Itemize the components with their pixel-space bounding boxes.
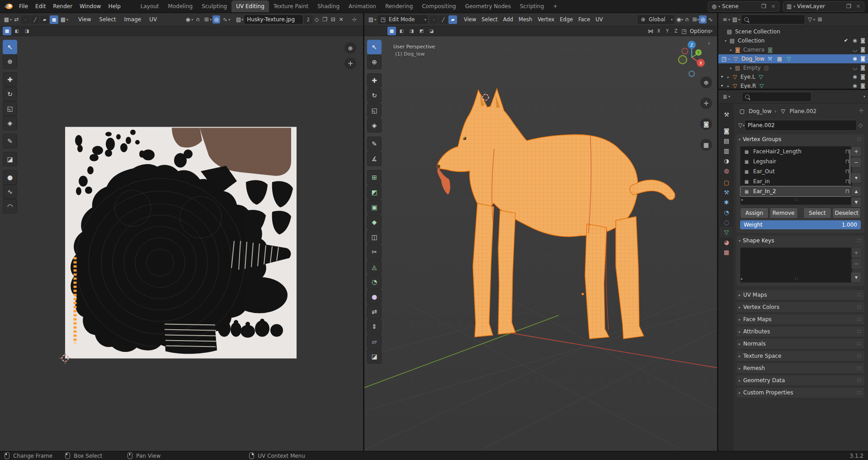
uv-zoom-button[interactable]: ⊕ xyxy=(344,42,356,54)
workspace-tab-modeling[interactable]: Modeling xyxy=(164,0,198,12)
checkbox-icon[interactable]: ✔ xyxy=(844,38,848,43)
dog-model[interactable] xyxy=(364,36,717,451)
workspace-tab-compositing[interactable]: Compositing xyxy=(417,0,460,12)
pin-icon[interactable]: ⊹ xyxy=(859,107,863,114)
vp-tool-select-box[interactable]: ↖ xyxy=(367,40,382,54)
vp-menu-face[interactable]: Face xyxy=(576,14,592,24)
mirror-x-toggle[interactable]: X xyxy=(655,27,663,35)
uv-tool-transform[interactable]: ◈ xyxy=(3,116,17,130)
disclosure-triangle-icon[interactable]: ▸ xyxy=(730,48,732,52)
disclosure-triangle-icon[interactable]: ▸ xyxy=(727,84,729,88)
editor-type-uv-icon[interactable]: ▩ xyxy=(3,15,10,24)
section-texture-space[interactable]: ▸Texture Space ∷ xyxy=(736,351,864,361)
uv-box-select-extend-icon[interactable]: ◧ xyxy=(13,27,21,35)
select-mode-vertex[interactable]: ◦ xyxy=(429,15,438,24)
mirror-y-toggle[interactable]: Y xyxy=(663,27,672,35)
weight-slider[interactable]: Weight 1.000 xyxy=(740,220,861,229)
properties-editor-type-icon[interactable]: ≣ xyxy=(721,93,729,101)
vp-tool-shrink-fatten[interactable]: ⇕ xyxy=(367,319,382,334)
vp-pan-button[interactable]: ✛ xyxy=(700,97,712,109)
pin-icon[interactable]: ⊹ xyxy=(350,15,358,24)
eye-icon[interactable]: ◉ xyxy=(853,38,857,43)
proportional-editing-icon[interactable]: ◎ xyxy=(699,15,707,24)
eye-icon[interactable]: ◉ xyxy=(853,56,857,62)
eye-icon[interactable]: ◉ xyxy=(853,74,857,80)
drag-dots-icon[interactable]: ∷ xyxy=(857,136,861,142)
uv-select-mode-vertex[interactable]: ◦ xyxy=(21,15,30,24)
workspace-tab-uv-editing[interactable]: UV Editing xyxy=(231,0,269,12)
breadcrumb-object[interactable]: Dog_low xyxy=(749,108,772,114)
box-select-difference-icon[interactable]: ◩ xyxy=(417,27,426,35)
section-uv-maps[interactable]: ▸UV Maps ∷ xyxy=(736,290,864,300)
menu-window[interactable]: Window xyxy=(76,1,104,11)
vp-camera-view-button[interactable]: ◙ xyxy=(700,118,712,130)
snap-magnet-icon[interactable]: ∩ xyxy=(194,15,202,24)
disclosure-triangle-icon[interactable]: ▸ xyxy=(727,75,729,79)
deselect-button[interactable]: Deselect xyxy=(832,208,861,218)
vp-tool-edge-slide[interactable]: ⇄ xyxy=(367,304,382,319)
outliner-row-scene-collection[interactable]: ▤ Scene Collection xyxy=(718,27,868,36)
axis-negative-x[interactable] xyxy=(682,48,688,54)
camera-visibility-icon[interactable]: ◙ xyxy=(860,65,865,71)
uv-menu-uv[interactable]: UV xyxy=(146,14,160,24)
pivot-point-icon[interactable]: ◉ xyxy=(184,15,192,24)
remove-vertex-group-button[interactable]: − xyxy=(851,157,862,168)
section-custom-properties[interactable]: ▸Custom Properties ∷ xyxy=(736,388,864,398)
navigation-gizmo[interactable]: Z Y X xyxy=(676,39,708,78)
tab-object-data[interactable]: ▽ xyxy=(720,227,733,237)
tab-output[interactable]: ▤ xyxy=(720,135,733,146)
vp-tool-annotate[interactable]: ✎ xyxy=(367,137,382,151)
vp-tool-transform[interactable]: ◈ xyxy=(367,118,382,133)
add-shape-key-button[interactable]: + xyxy=(851,247,862,258)
uv-sync-selection-icon[interactable]: ⇄ xyxy=(13,15,20,24)
copy-icon[interactable]: ❐ xyxy=(760,2,768,10)
tab-world[interactable]: ◍ xyxy=(720,165,733,176)
panel-expand-icon[interactable]: ▾ xyxy=(739,138,741,142)
close-icon[interactable]: ✕ xyxy=(769,2,777,10)
drag-dots-icon[interactable]: ∷ xyxy=(795,197,797,202)
vp-tool-rotate[interactable]: ↻ xyxy=(367,88,382,103)
outliner-filter-image-icon[interactable]: ▨ xyxy=(731,15,739,24)
fake-user-shield-icon[interactable]: ◇ xyxy=(313,15,321,24)
select-mode-face[interactable]: ▰ xyxy=(448,15,457,24)
shape-keys-list[interactable]: ▸ ∷ xyxy=(740,247,852,283)
tab-modifiers[interactable]: ⚒ xyxy=(720,187,733,198)
menu-file[interactable]: File xyxy=(15,1,32,11)
workspace-tab-shading[interactable]: Shading xyxy=(313,0,344,12)
mirror-z-toggle[interactable]: Z xyxy=(672,27,680,35)
vp-tool-knife[interactable]: ✂ xyxy=(367,245,382,259)
remove-shape-key-button[interactable]: − xyxy=(851,258,862,269)
vp-tool-poly-build[interactable]: ◬ xyxy=(367,260,382,274)
vp-tool-cursor[interactable]: ⊕ xyxy=(367,55,382,69)
vertex-group-row-active[interactable]: ▦ Ear_In_2 ⊓ xyxy=(741,186,852,196)
list-expand-icon[interactable]: ▸ xyxy=(741,198,743,202)
uv-tool-relax[interactable]: ∿ xyxy=(3,185,17,199)
vp-menu-uv[interactable]: UV xyxy=(593,14,605,24)
disclosure-triangle-icon[interactable]: ▸ xyxy=(728,57,730,61)
shape-key-specials-button[interactable]: ▾ xyxy=(851,272,862,283)
falloff-curve-icon[interactable]: ∿ xyxy=(707,15,714,24)
tab-object[interactable]: ▢ xyxy=(720,177,733,188)
vertex-groups-list[interactable]: ▦ FaceHair2_Length ⊓ ▦ Legshair ⊓ ▦ Ear_… xyxy=(740,146,852,205)
uv-2d-cursor[interactable] xyxy=(59,352,71,364)
vertex-group-row[interactable]: ▦ Ear_Out ⊓ xyxy=(741,166,852,176)
outliner-row-collection[interactable]: ▾ ▤ Collection ✔ ◉ ◙ xyxy=(718,36,868,45)
list-expand-icon[interactable]: ▸ xyxy=(741,277,743,281)
transform-orientation-selector[interactable]: ⊕ Global ▾ xyxy=(637,14,675,25)
close-icon[interactable]: ✕ xyxy=(854,2,862,10)
workspace-tab-texture-paint[interactable]: Texture Paint xyxy=(269,0,313,12)
sticky-selection-icon[interactable]: ▩ xyxy=(59,15,67,24)
uv-tool-select-box[interactable]: ↖ xyxy=(3,40,17,54)
drag-dots-icon[interactable]: ∷ xyxy=(795,276,797,281)
box-select-intersect-icon[interactable]: ◪ xyxy=(427,27,436,35)
uv-tool-move[interactable]: ✚ xyxy=(3,72,17,87)
menu-help[interactable]: Help xyxy=(104,1,124,11)
uv-tool-grab[interactable]: ● xyxy=(3,170,17,185)
falloff-curve-icon[interactable]: ∿ xyxy=(221,15,229,24)
snap-magnet-icon[interactable]: ∩ xyxy=(683,15,691,24)
uv-tool-annotate[interactable]: ✎ xyxy=(3,134,17,148)
vp-tool-move[interactable]: ✚ xyxy=(367,73,382,88)
box-select-new-icon[interactable]: ▩ xyxy=(387,27,396,35)
vp-menu-mesh[interactable]: Mesh xyxy=(516,14,534,24)
disclosure-triangle-icon[interactable]: ▾ xyxy=(725,39,726,43)
